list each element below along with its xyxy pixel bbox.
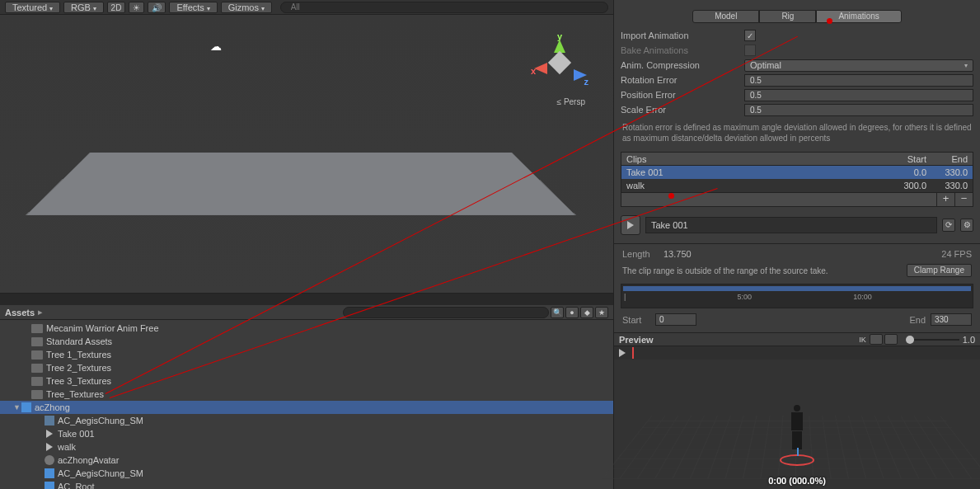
tree-label: Tree 2_Textures bbox=[46, 363, 111, 373]
tree-label: Tree 1_Textures bbox=[46, 350, 111, 360]
tree-row[interactable]: Standard Assets bbox=[0, 335, 613, 348]
scene-search-input[interactable] bbox=[280, 2, 608, 13]
clips-list: Clips Start End Take 0010.0330.0walk300.… bbox=[621, 152, 973, 207]
scene-view[interactable]: ☁ y x z Persp bbox=[0, 15, 613, 294]
preview-play-button[interactable] bbox=[621, 215, 640, 235]
preview-scrubber[interactable] bbox=[614, 346, 980, 360]
preview-pivot-icon[interactable] bbox=[884, 334, 898, 345]
breadcrumb-icon[interactable]: ▸ bbox=[38, 307, 43, 317]
clip-name: Take 001 bbox=[626, 167, 877, 177]
remove-clip-button[interactable]: − bbox=[954, 193, 973, 206]
tree-row[interactable]: Take 001 bbox=[0, 427, 613, 440]
filter-type-icon[interactable]: ◆ bbox=[580, 307, 593, 318]
tree-label: AC_Root bbox=[58, 482, 95, 489]
length-value: 13.750 bbox=[663, 249, 941, 259]
tree-row[interactable]: Tree 3_Textures bbox=[0, 374, 613, 388]
clip-settings-icon[interactable]: ⚙ bbox=[960, 219, 973, 232]
bake-animations-checkbox bbox=[744, 45, 756, 56]
tab-animations[interactable]: Animations bbox=[816, 10, 901, 23]
tree-label: Tree_Textures bbox=[46, 389, 104, 399]
ground-plane bbox=[26, 153, 577, 215]
mode-2d-toggle[interactable]: 2D bbox=[107, 2, 126, 13]
ik-toggle[interactable]: IK bbox=[859, 336, 866, 344]
persp-label[interactable]: Persp bbox=[557, 97, 585, 106]
save-filter-icon[interactable]: ★ bbox=[595, 307, 608, 318]
tree-label: Take 001 bbox=[58, 429, 95, 439]
scrub-cursor[interactable] bbox=[632, 347, 634, 359]
anim-icon bbox=[46, 443, 53, 451]
folder-icon bbox=[31, 337, 43, 346]
assets-search-input[interactable] bbox=[343, 307, 549, 318]
clip-name-field[interactable] bbox=[645, 217, 937, 233]
start-field[interactable] bbox=[655, 313, 696, 326]
tree-row[interactable]: AC_AegisChung_SM bbox=[0, 414, 613, 427]
shading-dropdown[interactable]: Textured ▾ bbox=[5, 2, 60, 13]
gizmos-dropdown[interactable]: Gizmos ▾ bbox=[221, 2, 272, 13]
anim-icon bbox=[46, 430, 53, 438]
scale-error-field[interactable]: 0.5 bbox=[744, 104, 973, 116]
tree-label: walk bbox=[58, 442, 76, 452]
preview-title: Preview bbox=[619, 335, 859, 345]
prefab-icon bbox=[45, 468, 54, 478]
clip-timeline[interactable]: | 5:00 10:00 bbox=[621, 284, 973, 308]
tree-row[interactable]: AC_Root bbox=[0, 480, 613, 489]
zoom-slider[interactable] bbox=[906, 336, 914, 344]
assets-tree[interactable]: Mecanim Warrior Anim FreeStandard Assets… bbox=[0, 320, 613, 489]
folder-icon bbox=[31, 364, 43, 373]
cloud-icon: ☁ bbox=[210, 40, 222, 53]
tree-row[interactable]: AC_AegisChung_SM bbox=[0, 467, 613, 480]
axis-x-cone-icon[interactable] bbox=[534, 63, 547, 74]
avatar-icon bbox=[45, 455, 54, 465]
preview-timestamp: 0:00 (000.0%) bbox=[768, 476, 826, 486]
end-field[interactable] bbox=[931, 313, 972, 326]
mesh-icon bbox=[45, 416, 54, 426]
gizmo-cube-icon[interactable] bbox=[548, 51, 571, 74]
expand-arrow-icon[interactable]: ▼ bbox=[13, 403, 21, 411]
clip-name: walk bbox=[626, 181, 877, 190]
position-error-field[interactable]: 0.5 bbox=[744, 89, 973, 101]
position-error-label: Position Error bbox=[621, 90, 744, 100]
clip-start: 300.0 bbox=[877, 181, 926, 190]
rotation-error-field[interactable]: 0.5 bbox=[744, 74, 973, 87]
tab-rig[interactable]: Rig bbox=[759, 10, 816, 23]
prefab-icon bbox=[45, 482, 54, 489]
filter-icon[interactable]: 🔍 bbox=[551, 307, 564, 318]
add-clip-button[interactable]: + bbox=[936, 193, 954, 206]
preview-avatar-icon[interactable] bbox=[870, 334, 883, 345]
play-icon[interactable] bbox=[619, 349, 626, 357]
clip-end: 330.0 bbox=[926, 181, 968, 190]
tree-row[interactable]: Tree 1_Textures bbox=[0, 348, 613, 361]
scene-toolbar: Textured ▾ RGB ▾ 2D ☀ 🔊 Effects ▾ Gizmos… bbox=[0, 0, 613, 15]
tree-label: acZhongAvatar bbox=[58, 455, 119, 465]
preview-viewport[interactable]: 0:00 (000.0%) bbox=[614, 360, 980, 489]
tree-row[interactable]: ▼acZhong bbox=[0, 401, 613, 414]
length-label: Length bbox=[622, 249, 663, 259]
character-preview bbox=[790, 405, 804, 450]
effects-dropdown[interactable]: Effects ▾ bbox=[169, 2, 217, 13]
tree-row[interactable]: Tree_Textures bbox=[0, 388, 613, 401]
audio-toggle[interactable]: 🔊 bbox=[148, 2, 166, 13]
tick-5: 5:00 bbox=[738, 293, 753, 301]
clip-loop-icon[interactable]: ⟳ bbox=[942, 219, 955, 232]
tree-label: acZhong bbox=[35, 402, 70, 412]
folder-icon bbox=[31, 324, 43, 333]
tree-row[interactable]: Tree 2_Textures bbox=[0, 361, 613, 374]
import-animation-checkbox[interactable]: ✓ bbox=[744, 30, 756, 41]
anim-compression-dropdown[interactable]: Optimal▾ bbox=[744, 59, 973, 72]
tree-row[interactable]: Mecanim Warrior Anim Free bbox=[0, 322, 613, 335]
error-help-text: Rotation error is defined as maximum ang… bbox=[614, 117, 980, 148]
axis-z-cone-icon[interactable] bbox=[574, 69, 587, 81]
tree-row[interactable]: walk bbox=[0, 440, 613, 454]
orientation-gizmo[interactable]: y x z bbox=[531, 31, 588, 97]
light-toggle[interactable]: ☀ bbox=[129, 2, 144, 13]
tree-label: AC_AegisChung_SM bbox=[58, 468, 143, 478]
start-label: Start bbox=[622, 315, 655, 325]
render-dropdown[interactable]: RGB ▾ bbox=[63, 2, 104, 13]
tab-model[interactable]: Model bbox=[692, 10, 759, 23]
clip-row[interactable]: Take 0010.0330.0 bbox=[621, 166, 973, 179]
clamp-range-button[interactable]: Clamp Range bbox=[907, 264, 972, 277]
tree-row[interactable]: acZhongAvatar bbox=[0, 454, 613, 467]
filter-label-icon[interactable]: ● bbox=[565, 307, 579, 318]
tree-label: Mecanim Warrior Anim Free bbox=[46, 323, 159, 333]
clip-row[interactable]: walk300.0330.0 bbox=[621, 179, 973, 192]
